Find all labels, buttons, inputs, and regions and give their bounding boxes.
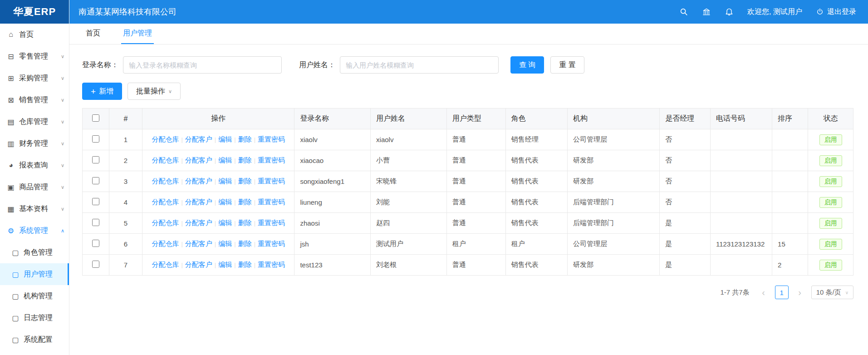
assign-customer-link[interactable]: 分配客户: [185, 240, 212, 247]
pagination-page-1[interactable]: 1: [775, 286, 789, 299]
row-checkbox[interactable]: [92, 219, 99, 226]
action-separator: |: [215, 178, 216, 185]
sidebar-item-goods[interactable]: ▣商品管理∨: [0, 176, 69, 198]
bell-icon[interactable]: [725, 7, 734, 16]
organization-icon[interactable]: [702, 7, 711, 16]
edit-link[interactable]: 编辑: [218, 219, 232, 227]
edit-link[interactable]: 编辑: [218, 177, 232, 185]
reset-button[interactable]: 重 置: [550, 56, 584, 74]
row-checkbox[interactable]: [92, 240, 99, 247]
app-logo[interactable]: 华夏ERP: [0, 0, 69, 24]
assign-customer-link[interactable]: 分配客户: [185, 261, 212, 268]
sidebar-subitem-log[interactable]: ▢日志管理: [0, 307, 69, 329]
sidebar-item-basedata[interactable]: ▦基本资料∨: [0, 198, 69, 220]
assign-warehouse-link[interactable]: 分配仓库: [152, 156, 179, 164]
table-row: 2分配仓库|分配客户|编辑|删除|重置密码xiaocao小曹普通销售代表研发部否…: [83, 150, 853, 171]
edit-link[interactable]: 编辑: [218, 240, 232, 247]
logout-button[interactable]: 退出登录: [816, 7, 856, 17]
sidebar-item-sales[interactable]: ⊠销售管理∨: [0, 89, 69, 111]
sidebar-item-label: 基本资料: [19, 204, 48, 214]
status-badge[interactable]: 启用: [819, 176, 842, 187]
row-checkbox-cell: [83, 213, 109, 234]
status-badge[interactable]: 启用: [819, 155, 842, 166]
sidebar-item-label: 报表查询: [19, 161, 48, 170]
search-icon[interactable]: [679, 7, 688, 16]
status-badge[interactable]: 启用: [819, 197, 842, 208]
sidebar-subitem-config[interactable]: ▢系统配置: [0, 329, 69, 350]
cell-user-type: 普通: [446, 171, 505, 192]
search-button[interactable]: 查 询: [510, 56, 544, 74]
delete-link[interactable]: 删除: [238, 156, 252, 164]
action-separator: |: [234, 199, 235, 206]
sidebar-subitem-user[interactable]: ▢用户管理: [0, 263, 69, 285]
reset-password-link[interactable]: 重置密码: [258, 177, 285, 185]
user-name-input[interactable]: [340, 56, 499, 74]
status-badge[interactable]: 启用: [819, 134, 842, 145]
assign-customer-link[interactable]: 分配客户: [185, 135, 212, 143]
row-checkbox[interactable]: [92, 177, 99, 184]
delete-link[interactable]: 删除: [238, 240, 252, 247]
status-badge[interactable]: 启用: [819, 239, 842, 250]
edit-link[interactable]: 编辑: [218, 261, 232, 268]
batch-operations-button[interactable]: 批量操作 ∨: [128, 83, 181, 100]
select-all-checkbox[interactable]: [92, 114, 99, 122]
assign-warehouse-link[interactable]: 分配仓库: [152, 198, 179, 206]
pagination-prev-icon[interactable]: ‹: [757, 286, 770, 299]
edit-link[interactable]: 编辑: [218, 198, 232, 206]
pagination: 1-7 共7条 ‹ 1 › 10 条/页 ∨: [82, 286, 853, 299]
sidebar-item-retail[interactable]: ⊟零售管理∨: [0, 45, 69, 67]
reset-password-link[interactable]: 重置密码: [258, 198, 285, 206]
status-badge[interactable]: 启用: [819, 218, 842, 229]
pagination-next-icon[interactable]: ›: [793, 286, 807, 299]
cell-org: 研发部: [567, 171, 659, 192]
sidebar-item-warehouse[interactable]: ▤仓库管理∨: [0, 111, 69, 133]
cell-login-name: test123: [294, 255, 371, 276]
delete-link[interactable]: 删除: [238, 135, 252, 143]
sidebar-item-home[interactable]: ⌂首页: [0, 24, 69, 45]
assign-warehouse-link[interactable]: 分配仓库: [152, 219, 179, 227]
assign-customer-link[interactable]: 分配客户: [185, 177, 212, 185]
row-checkbox[interactable]: [92, 156, 99, 163]
reset-password-link[interactable]: 重置密码: [258, 135, 285, 143]
table-row: 5分配仓库|分配客户|编辑|删除|重置密码zhaosi赵四普通销售代表后端管理部…: [83, 213, 853, 234]
delete-link[interactable]: 删除: [238, 219, 252, 227]
cell-is-manager: 是: [660, 213, 711, 234]
sidebar-item-report[interactable]: ◕报表查询∨: [0, 154, 69, 176]
row-index: 3: [109, 171, 142, 192]
page-size-select[interactable]: 10 条/页 ∨: [811, 286, 853, 299]
sidebar-subitem-role[interactable]: ▢角色管理: [0, 242, 69, 263]
edit-link[interactable]: 编辑: [218, 135, 232, 143]
power-icon: [816, 8, 824, 16]
reset-password-link[interactable]: 重置密码: [258, 261, 285, 268]
delete-link[interactable]: 删除: [238, 198, 252, 206]
cell-phone: [710, 150, 772, 171]
reset-password-link[interactable]: 重置密码: [258, 240, 285, 247]
column-header: #: [109, 108, 142, 129]
row-checkbox[interactable]: [92, 135, 99, 143]
sidebar-subitem-org[interactable]: ▢机构管理: [0, 285, 69, 307]
welcome-text[interactable]: 欢迎您, 测试用户: [747, 7, 802, 17]
assign-customer-link[interactable]: 分配客户: [185, 219, 212, 227]
assign-customer-link[interactable]: 分配客户: [185, 156, 212, 164]
edit-link[interactable]: 编辑: [218, 156, 232, 164]
login-name-input[interactable]: [123, 56, 282, 74]
status-badge[interactable]: 启用: [819, 260, 842, 271]
tab-user-management[interactable]: 用户管理: [121, 24, 154, 44]
assign-warehouse-link[interactable]: 分配仓库: [152, 135, 179, 143]
sidebar-item-finance[interactable]: ▥财务管理∨: [0, 133, 69, 154]
assign-customer-link[interactable]: 分配客户: [185, 198, 212, 206]
assign-warehouse-link[interactable]: 分配仓库: [152, 240, 179, 247]
delete-link[interactable]: 删除: [238, 261, 252, 268]
tab-home[interactable]: 首页: [84, 24, 102, 44]
row-checkbox[interactable]: [92, 198, 99, 205]
row-checkbox[interactable]: [92, 261, 99, 268]
sidebar-item-purchase[interactable]: ⊞采购管理∨: [0, 67, 69, 89]
assign-warehouse-link[interactable]: 分配仓库: [152, 177, 179, 185]
row-index: 1: [109, 129, 142, 150]
sidebar-item-system[interactable]: ⚙系统管理∧: [0, 220, 69, 242]
delete-link[interactable]: 删除: [238, 177, 252, 185]
reset-password-link[interactable]: 重置密码: [258, 219, 285, 227]
add-button[interactable]: + 新增: [82, 83, 122, 100]
reset-password-link[interactable]: 重置密码: [258, 156, 285, 164]
assign-warehouse-link[interactable]: 分配仓库: [152, 261, 179, 268]
